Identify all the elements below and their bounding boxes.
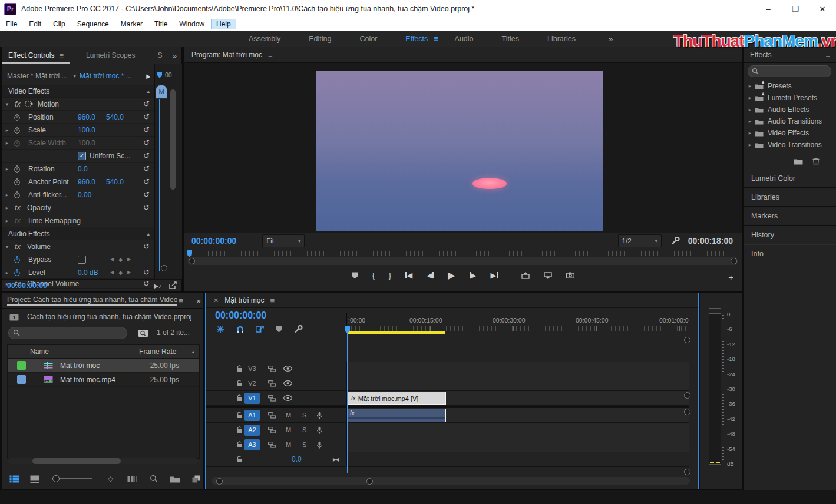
export-frame-icon[interactable]: [566, 272, 574, 278]
go-to-in-icon[interactable]: ◀: [405, 271, 412, 280]
sync-lock-icon[interactable]: [268, 412, 276, 419]
reset-icon[interactable]: ↺: [143, 100, 150, 108]
tab-truncated[interactable]: S: [156, 47, 163, 64]
panel-tab-markers[interactable]: Markers: [744, 207, 836, 226]
minimize-button[interactable]: –: [755, 0, 782, 18]
timeline-hscroll[interactable]: [212, 477, 690, 485]
folder-audio-effects[interactable]: ▸ Audio Effects: [744, 104, 836, 115]
sort-icon[interactable]: ◇: [108, 475, 113, 483]
mini-scrollbar[interactable]: [170, 89, 176, 190]
track-lane-a1[interactable]: fx: [347, 408, 689, 422]
property-level-row[interactable]: ▸ Level 0.0 dB ◀◆▶ ↺: [2, 266, 154, 279]
sync-lock-icon[interactable]: [268, 395, 276, 402]
folder-lumetri-presets[interactable]: ▸ ★ Lumetri Presets: [744, 92, 836, 104]
collapse-icon[interactable]: ▴: [147, 231, 150, 237]
expand-icon[interactable]: ▸: [2, 140, 12, 146]
track-lock-icon[interactable]: [236, 441, 243, 448]
effect-volume-row[interactable]: ▾ fx Volume ↺: [2, 240, 154, 253]
reset-icon[interactable]: ↺: [143, 177, 150, 186]
close-tab-icon[interactable]: ✕: [213, 297, 219, 304]
go-to-out-icon[interactable]: ▶: [491, 271, 498, 280]
icon-view-icon[interactable]: [30, 475, 39, 483]
add-keyframe-icon[interactable]: ◆: [118, 270, 123, 276]
track-lane-v3[interactable]: [347, 362, 689, 376]
track-output-eye-icon[interactable]: [283, 395, 292, 401]
track-lock-icon[interactable]: [236, 380, 243, 387]
add-marker-icon[interactable]: [276, 326, 282, 333]
solo-button[interactable]: S: [302, 412, 306, 419]
close-button[interactable]: ✕: [809, 0, 836, 18]
sync-lock-icon[interactable]: [268, 427, 276, 433]
track-name-targeted[interactable]: A3: [244, 439, 260, 450]
project-overflow-icon[interactable]: »: [197, 296, 201, 305]
track-lane-v2[interactable]: [347, 376, 689, 390]
voiceover-mic-icon[interactable]: [316, 426, 323, 434]
workspace-tab-libraries[interactable]: Libraries: [533, 35, 590, 43]
sequence-dropdown-icon[interactable]: ▾: [74, 73, 77, 79]
track-name-targeted[interactable]: A2: [244, 425, 260, 436]
tab-overflow-icon[interactable]: »: [173, 51, 177, 60]
mini-playhead-icon[interactable]: [157, 72, 162, 78]
folder-video-transitions[interactable]: ▸ Video Transitions: [744, 139, 836, 151]
expand-icon[interactable]: ▸: [2, 205, 12, 211]
track-name[interactable]: V2: [244, 378, 260, 389]
zoom-slider[interactable]: [52, 475, 92, 482]
property-position-row[interactable]: Position 960.0540.0 ↺: [2, 111, 154, 124]
track-a2[interactable]: A2 M S: [206, 423, 689, 437]
stopwatch-icon[interactable]: [12, 269, 22, 276]
program-title[interactable]: Program: Mặt trời mọc: [191, 51, 262, 59]
level-value[interactable]: 0.0 dB: [78, 268, 98, 277]
position-x-value[interactable]: 960.0: [78, 113, 106, 121]
track-lane-a2[interactable]: [347, 423, 689, 437]
add-keyframe-icon[interactable]: ◆: [118, 257, 123, 263]
track-lane-v1[interactable]: fx Mặt trời mọc.mp4 [V]: [347, 391, 689, 405]
effect-motion-row[interactable]: ▾ fx Motion ↺: [2, 98, 154, 111]
sequence-clip-label[interactable]: Mặt trời mọc * ...: [80, 72, 132, 80]
expand-icon[interactable]: ▾: [2, 244, 12, 250]
work-area-bar[interactable]: [348, 331, 445, 334]
track-master[interactable]: 0.0 ▶◀: [206, 452, 689, 467]
expand-icon[interactable]: ▸: [2, 218, 12, 224]
delete-icon[interactable]: [812, 158, 820, 165]
stopwatch-icon[interactable]: [12, 256, 22, 263]
folder-video-effects[interactable]: ▸ Video Effects: [744, 127, 836, 139]
track-lock-icon[interactable]: [236, 365, 243, 372]
linked-selection-icon[interactable]: [256, 326, 264, 333]
panel-tab-lumetri-color[interactable]: Lumetri Color: [744, 170, 836, 188]
anchor-y-value[interactable]: 540.0: [106, 178, 134, 186]
fit-tracks-icon[interactable]: ▶◀: [333, 457, 338, 462]
play-audio-icon[interactable]: ▶♪: [154, 283, 161, 289]
project-menu-icon[interactable]: ≡: [179, 296, 183, 305]
rotation-value[interactable]: 0.0: [78, 165, 106, 173]
section-video-effects[interactable]: Video Effects ▴: [2, 85, 154, 98]
mark-out-icon[interactable]: }: [389, 271, 391, 280]
prev-keyframe-icon[interactable]: ◀: [110, 257, 114, 262]
track-a1[interactable]: A1 M S fx: [206, 408, 689, 423]
track-lock-icon[interactable]: [236, 412, 243, 419]
menu-sequence[interactable]: Sequence: [72, 19, 114, 29]
tab-lumetri-scopes[interactable]: Lumetri Scopes: [80, 47, 141, 64]
mute-button[interactable]: M: [286, 441, 291, 448]
position-y-value[interactable]: 540.0: [106, 113, 134, 121]
track-name-targeted[interactable]: A1: [244, 410, 260, 421]
expand-icon[interactable]: ▸: [745, 130, 755, 136]
zoom-fit-select[interactable]: Fit▾: [262, 234, 305, 247]
maximize-button[interactable]: ❒: [782, 0, 809, 18]
menu-edit[interactable]: Edit: [24, 19, 47, 29]
expand-icon[interactable]: ▸: [2, 127, 12, 133]
mute-button[interactable]: M: [286, 412, 291, 419]
program-timecode[interactable]: 00:00:00:00: [191, 236, 236, 246]
sync-lock-icon[interactable]: [268, 442, 276, 448]
effects-search-input[interactable]: [748, 65, 831, 77]
panel-menu-icon[interactable]: ≡: [59, 51, 64, 60]
reset-icon[interactable]: ↺: [143, 112, 150, 121]
panel-tab-info[interactable]: Info: [744, 244, 836, 263]
timeline-timecode[interactable]: 00:00:00:00: [215, 310, 266, 321]
track-v3[interactable]: V3: [206, 362, 689, 376]
effects-title[interactable]: Effects: [750, 51, 771, 59]
panel-tab-history[interactable]: History: [744, 226, 836, 244]
automate-to-sequence-icon[interactable]: [127, 476, 138, 482]
panel-tab-libraries[interactable]: Libraries: [744, 188, 836, 207]
reset-icon[interactable]: ↺: [143, 138, 150, 147]
project-title[interactable]: Project: Cách tạo hiệu ứng tua nhanh, tu…: [7, 296, 177, 306]
